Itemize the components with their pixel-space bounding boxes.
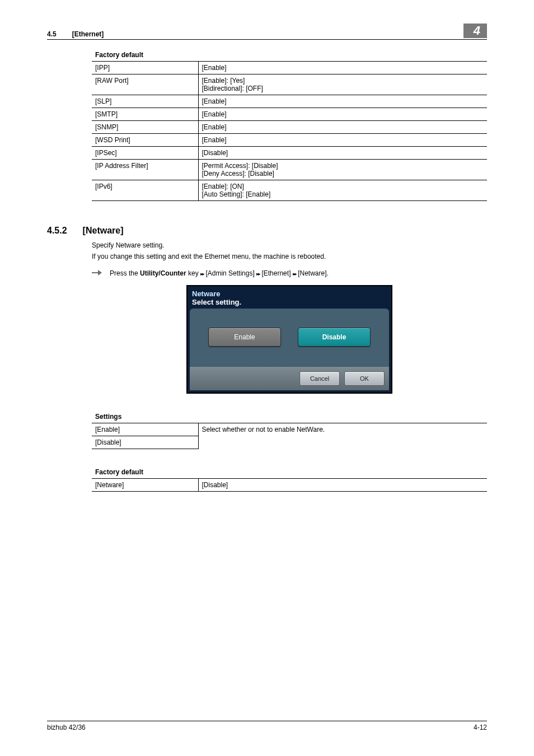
- section-para-2: If you change this setting and exit the …: [92, 253, 487, 260]
- table-cell-key: [IPSec]: [92, 147, 198, 160]
- page-header: 4.5 [Ethernet] 4: [47, 24, 487, 40]
- footer-right: 4-12: [474, 724, 487, 731]
- table-cell-value: [Enable]: [198, 62, 487, 74]
- page-footer: bizhub 42/36 4-12: [47, 721, 487, 731]
- device-screenshot: Netware Select setting. Enable Disable C…: [92, 285, 487, 394]
- table-cell-value: [Enable]: [Yes][Bidirectional]: [OFF]: [198, 74, 487, 95]
- table-row: [SMTP][Enable]: [92, 108, 487, 121]
- table-cell-key: [SLP]: [92, 95, 198, 108]
- header-section-num: 4.5: [47, 30, 57, 38]
- device-subtitle: Select setting.: [188, 298, 391, 309]
- section-title: [Netware]: [83, 226, 124, 236]
- factory-default-1-table: [IPP][Enable][RAW Port][Enable]: [Yes][B…: [92, 61, 487, 201]
- table-cell-value: [Enable]: [198, 134, 487, 147]
- table-cell-key: [Disable]: [92, 436, 198, 449]
- table-cell-value: [Enable]: [198, 108, 487, 121]
- table-cell-value: [Enable]: [ON][Auto Setting]: [Enable]: [198, 180, 487, 201]
- table-cell-key: [SMTP]: [92, 108, 198, 121]
- section-heading: 4.5.2 [Netware]: [47, 226, 487, 236]
- disable-button[interactable]: Disable: [298, 328, 371, 347]
- table-cell-key: [IPP]: [92, 62, 198, 74]
- footer-left: bizhub 42/36: [47, 724, 86, 731]
- factory-default-2-caption: Factory default: [92, 468, 487, 478]
- table-cell-key: [SNMP]: [92, 121, 198, 134]
- cancel-button[interactable]: Cancel: [299, 371, 340, 386]
- table-cell-key: [Enable]: [92, 423, 198, 436]
- table-cell-value: [Enable]: [198, 121, 487, 134]
- table-row: [IPP][Enable]: [92, 62, 487, 74]
- table-row: [SLP][Enable]: [92, 95, 487, 108]
- svg-marker-1: [98, 270, 102, 276]
- enable-button[interactable]: Enable: [208, 328, 281, 347]
- factory-default-2-table: [Netware][Disable]: [92, 478, 487, 492]
- settings-table: [Enable]Select whether or not to enable …: [92, 423, 487, 449]
- table-cell-key: [IPv6]: [92, 180, 198, 201]
- settings-caption: Settings: [92, 413, 487, 423]
- table-cell-key: [RAW Port]: [92, 74, 198, 95]
- device-title: Netware: [188, 286, 391, 298]
- section-para-1: Specify Netware setting.: [92, 241, 487, 249]
- table-row: [Enable]Select whether or not to enable …: [92, 423, 487, 436]
- step-text: Press the Utility/Counter key ▸▸ [Admin …: [110, 269, 329, 277]
- table-row: [SNMP][Enable]: [92, 121, 487, 134]
- table-row: [IP Address Filter][Permit Access]: [Dis…: [92, 160, 487, 180]
- section-num: 4.5.2: [47, 226, 67, 236]
- chapter-badge: 4: [463, 24, 487, 38]
- table-cell-value: [Enable]: [198, 95, 487, 108]
- table-row: [IPSec][Disable]: [92, 147, 487, 160]
- table-cell-value: [Disable]: [198, 479, 487, 492]
- table-row: [IPv6][Enable]: [ON][Auto Setting]: [Ena…: [92, 180, 487, 201]
- table-cell-key: [IP Address Filter]: [92, 160, 198, 180]
- arrow-right-icon: [92, 269, 102, 276]
- table-cell-value: Select whether or not to enable NetWare.: [198, 423, 487, 449]
- table-cell-value: [Disable]: [198, 147, 487, 160]
- ok-button[interactable]: OK: [344, 371, 385, 386]
- table-cell-key: [WSD Print]: [92, 134, 198, 147]
- table-cell-key: [Netware]: [92, 479, 198, 492]
- table-row: [Netware][Disable]: [92, 479, 487, 492]
- table-row: [WSD Print][Enable]: [92, 134, 487, 147]
- table-cell-value: [Permit Access]: [Disable][Deny Access]:…: [198, 160, 487, 180]
- step-row: Press the Utility/Counter key ▸▸ [Admin …: [92, 269, 487, 277]
- table-row: [RAW Port][Enable]: [Yes][Bidirectional]…: [92, 74, 487, 95]
- header-section-title: [Ethernet]: [72, 30, 104, 38]
- factory-default-1-caption: Factory default: [92, 51, 487, 61]
